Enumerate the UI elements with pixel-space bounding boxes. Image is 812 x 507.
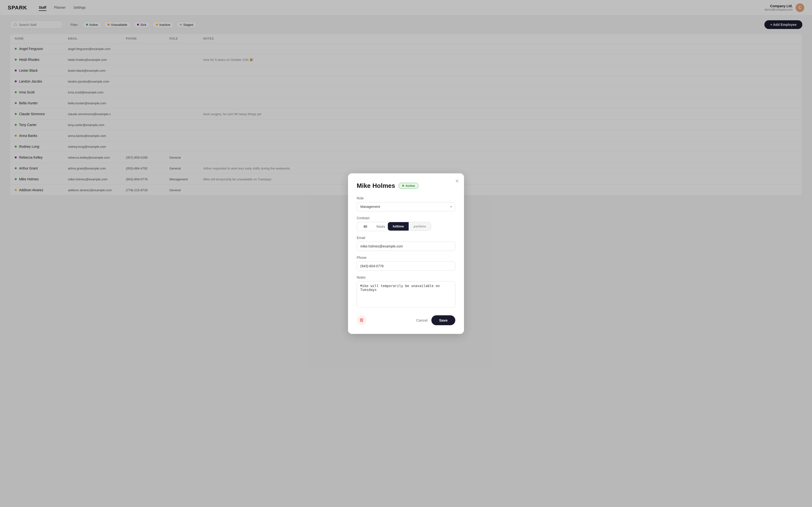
employee-modal: Mike Holmes Active ✕ Role Management Gen…	[348, 173, 464, 196]
status-label: Active	[406, 184, 415, 187]
status-dot	[402, 185, 404, 187]
modal-header: Mike Holmes Active	[357, 182, 455, 189]
modal-employee-name: Mike Holmes	[357, 182, 395, 189]
modal-overlay: Mike Holmes Active ✕ Role Management Gen…	[0, 0, 812, 196]
status-badge: Active	[399, 183, 418, 189]
close-button[interactable]: ✕	[455, 178, 459, 184]
